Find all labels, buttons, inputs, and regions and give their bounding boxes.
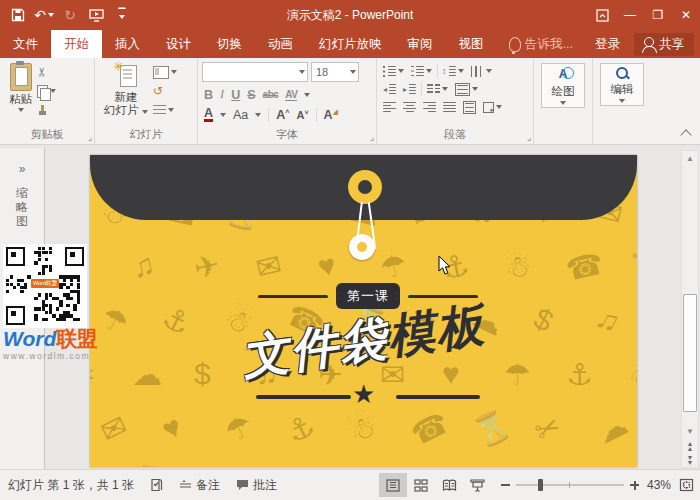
- zoom-slider-handle[interactable]: [538, 479, 543, 491]
- paste-button[interactable]: 粘贴: [4, 61, 37, 128]
- increase-indent-button[interactable]: [401, 83, 418, 96]
- copy-button[interactable]: [37, 84, 56, 98]
- scroll-down-icon[interactable]: ▼: [682, 424, 698, 439]
- cut-button[interactable]: ✂: [37, 65, 56, 79]
- decrease-indent-button[interactable]: [381, 83, 398, 96]
- comments-button[interactable]: 批注: [236, 477, 277, 494]
- quick-access-toolbar: ↶ ↻ ▔: [10, 7, 130, 23]
- paste-dropdown-icon[interactable]: [18, 108, 24, 112]
- scrollbar-track[interactable]: [682, 166, 698, 424]
- tab-0[interactable]: 文件: [0, 30, 51, 58]
- text-shadow-button[interactable]: S: [247, 88, 255, 102]
- reset-button[interactable]: ↺: [153, 84, 177, 98]
- grow-font-button[interactable]: A˄: [276, 108, 289, 122]
- editing-button[interactable]: 编辑: [600, 63, 644, 106]
- next-slide-button[interactable]: ▼▼: [682, 453, 698, 467]
- reading-view-button[interactable]: [435, 473, 463, 497]
- format-painter-button[interactable]: [37, 103, 56, 117]
- layout-button[interactable]: [153, 65, 177, 79]
- shrink-font-button[interactable]: A˅: [296, 109, 308, 121]
- scrollbar-thumb[interactable]: [683, 294, 697, 412]
- columns-button[interactable]: [425, 83, 450, 96]
- drawing-button[interactable]: A 绘图: [541, 63, 585, 108]
- tab-2[interactable]: 插入: [102, 30, 153, 58]
- vertical-scrollbar[interactable]: ▲ ▼ ▲▲ ▼▼: [681, 150, 699, 468]
- numbering-button[interactable]: [409, 65, 434, 78]
- slide-canvas[interactable]: ✈✉♥☂⚓☃☎⌛✂☁☃☎⌛✂☁$♫✈✉♥$♫✈✉♥☂⚓☃☎⌛☂⚓☃☎⌛✂☁$♫✈…: [90, 155, 637, 467]
- notes-button[interactable]: 备注: [179, 477, 220, 494]
- save-icon[interactable]: [10, 7, 26, 23]
- format-painter-icon: [37, 105, 48, 116]
- tab-1[interactable]: 开始: [51, 30, 102, 58]
- char-spacing-dropdown-icon[interactable]: [304, 93, 310, 97]
- tab-3[interactable]: 设计: [153, 30, 204, 58]
- columns-icon: [427, 84, 440, 95]
- normal-view-button[interactable]: [379, 473, 407, 497]
- tab-4[interactable]: 切换: [204, 30, 255, 58]
- proofing-button[interactable]: [150, 478, 163, 492]
- bullets-button[interactable]: [381, 65, 406, 78]
- zoom-control: [501, 481, 639, 490]
- reset-icon: ↺: [153, 86, 163, 97]
- justify-button[interactable]: [441, 101, 458, 114]
- align-left-button[interactable]: [381, 101, 398, 114]
- strikethrough-button[interactable]: abc: [263, 89, 279, 100]
- align-center-button[interactable]: [401, 101, 418, 114]
- convert-smartart-button[interactable]: [481, 101, 504, 114]
- tab-6[interactable]: 幻灯片放映: [306, 30, 395, 58]
- section-button[interactable]: [153, 103, 177, 117]
- string-ring: [349, 234, 375, 260]
- change-case-button[interactable]: Aa: [233, 108, 248, 122]
- customize-quick-access-icon[interactable]: ▔: [114, 7, 130, 23]
- qr-code: Word联盟: [3, 244, 87, 328]
- font-color-button[interactable]: A: [204, 108, 213, 122]
- scroll-up-icon[interactable]: ▲: [682, 151, 698, 166]
- collapse-ribbon-icon[interactable]: [680, 129, 691, 140]
- italic-button[interactable]: I: [220, 87, 224, 102]
- line-spacing-button[interactable]: [441, 65, 466, 78]
- text-direction-button[interactable]: [469, 65, 494, 78]
- fit-to-window-icon[interactable]: [679, 478, 694, 492]
- tab-7[interactable]: 审阅: [395, 30, 446, 58]
- slides-group: ✳ 新建幻灯片 ↺ 幻灯片: [94, 58, 197, 144]
- share-button[interactable]: 共享: [634, 33, 694, 56]
- close-button[interactable]: ✕: [672, 0, 700, 30]
- font-dialog-launcher-icon[interactable]: ⌟: [370, 132, 374, 142]
- new-slide-button[interactable]: ✳ 新建幻灯片: [99, 61, 153, 128]
- paragraph-dialog-launcher-icon[interactable]: ⌟: [527, 132, 531, 142]
- align-right-button[interactable]: [421, 101, 438, 114]
- font-size-combo[interactable]: 18: [311, 62, 359, 82]
- previous-slide-button[interactable]: ▲▲: [682, 439, 698, 453]
- tab-5[interactable]: 动画: [255, 30, 306, 58]
- start-slideshow-icon[interactable]: [88, 7, 104, 23]
- slideshow-view-button[interactable]: [463, 473, 491, 497]
- underline-button[interactable]: U: [231, 88, 240, 102]
- zoom-level[interactable]: 43%: [639, 478, 671, 492]
- clear-formatting-button[interactable]: A◢: [324, 108, 338, 122]
- char-spacing-button[interactable]: AV: [285, 89, 297, 101]
- new-slide-icon: ✳: [115, 63, 137, 89]
- align-text-button[interactable]: [453, 82, 480, 97]
- brand-url: www.wordlm.com: [3, 351, 89, 361]
- expand-thumbnails-icon[interactable]: »: [16, 162, 28, 176]
- minimize-button[interactable]: —: [616, 0, 644, 30]
- ribbon-display-options-icon[interactable]: [588, 0, 616, 30]
- maximize-button[interactable]: ❐: [644, 0, 672, 30]
- tell-me-box[interactable]: 告诉我...: [501, 36, 581, 53]
- zoom-out-icon[interactable]: [501, 484, 510, 486]
- bold-button[interactable]: B: [204, 88, 213, 102]
- zoom-slider-track[interactable]: [516, 484, 624, 486]
- font-name-combo[interactable]: [202, 62, 308, 82]
- numbering-icon: [411, 66, 424, 77]
- add-remove-columns-button[interactable]: [461, 100, 478, 115]
- ribbon: 粘贴 ✂ 剪贴板 ⌟ ✳ 新建幻灯片 ↺ 幻灯片: [0, 58, 700, 145]
- badge-line-left: [258, 295, 328, 298]
- star-icon: ★: [352, 379, 375, 410]
- clipboard-dialog-launcher-icon[interactable]: ⌟: [88, 132, 92, 142]
- text-page-icon: [463, 101, 476, 114]
- zoom-in-icon[interactable]: [630, 481, 639, 490]
- tab-8[interactable]: 视图: [446, 30, 497, 58]
- slide-sorter-view-button[interactable]: [407, 473, 435, 497]
- sign-in-button[interactable]: 登录: [585, 36, 630, 53]
- undo-icon[interactable]: ↶: [36, 7, 52, 23]
